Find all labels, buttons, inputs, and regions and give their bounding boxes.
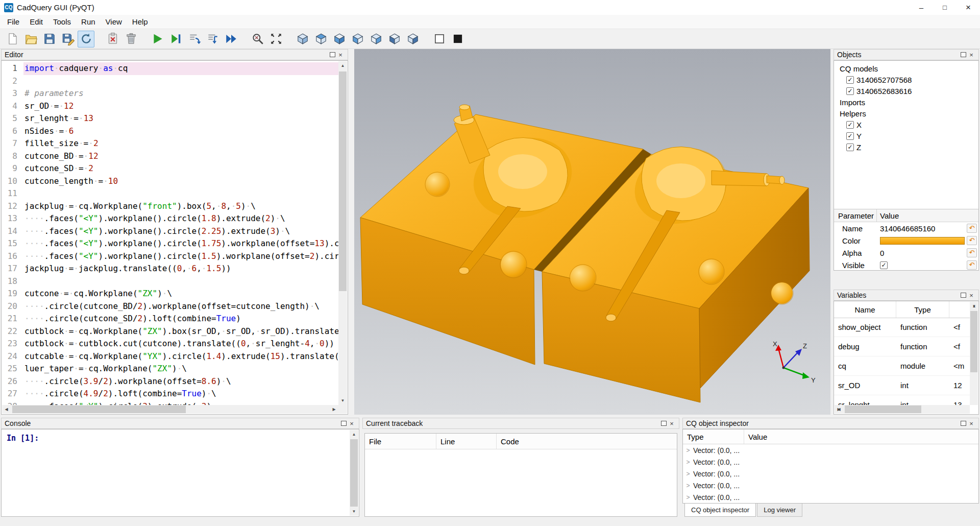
expand-chevron-icon[interactable]: >	[683, 494, 693, 501]
scroll-up-icon[interactable]: ▲	[338, 61, 347, 70]
auto-reload-button[interactable]	[78, 31, 94, 47]
variables-horizontal-scrollbar[interactable]: ◀ ▶	[835, 405, 970, 414]
value-column-header[interactable]: Value	[744, 429, 978, 444]
code-line-2[interactable]: 2	[2, 75, 338, 88]
menu-item-file[interactable]: File	[2, 16, 24, 28]
code-line-22[interactable]: 22cutblock·=·cq.Workplane("ZX").box(sr_O…	[2, 325, 338, 338]
run-button[interactable]	[149, 31, 166, 47]
checkbox[interactable]: ✓	[846, 144, 854, 151]
variable-row[interactable]: sr_ODint12	[834, 376, 970, 395]
code-line-5[interactable]: 5sr_lenght·=·13	[2, 112, 338, 125]
tree-item[interactable]: ✓X	[834, 119, 978, 130]
menu-item-run[interactable]: Run	[76, 16, 101, 28]
inspector-row[interactable]: >Vector: (0.0, ...	[683, 456, 978, 468]
checkbox[interactable]: ✓	[846, 132, 854, 140]
delete-objects-button[interactable]	[104, 31, 121, 47]
tab-log-viewer[interactable]: Log viewer	[757, 504, 802, 517]
wireframe-button[interactable]	[431, 31, 448, 47]
editor-close-button[interactable]: ×	[336, 51, 345, 59]
inspector-row[interactable]: >Vector: (0.0, ...	[683, 480, 978, 491]
name-column-header[interactable]: Name	[834, 301, 896, 318]
code-line-7[interactable]: 7fillet_size·=·2	[2, 137, 338, 150]
step-into-button[interactable]	[204, 31, 221, 47]
code-line-13[interactable]: 13····.faces("<Y").workplane().circle(1.…	[2, 212, 338, 225]
step-button[interactable]	[186, 31, 203, 47]
objects-float-button[interactable]	[959, 51, 967, 59]
console-float-button[interactable]	[339, 419, 348, 427]
scrollbar-thumb[interactable]	[970, 311, 977, 372]
traceback-float-button[interactable]	[659, 419, 668, 427]
variable-row[interactable]: cqmodule<m	[834, 356, 970, 376]
code-line-26[interactable]: 26····.circle(3.9/2).workplane(offset=8.…	[2, 375, 338, 388]
menu-item-edit[interactable]: Edit	[24, 16, 48, 28]
code-line-9[interactable]: 9cutcone_SD·=·2	[2, 162, 338, 175]
view-top-button[interactable]	[312, 31, 329, 47]
code-line-11[interactable]: 11	[2, 187, 338, 200]
code-line-4[interactable]: 4sr_OD·=·12	[2, 100, 338, 113]
scroll-left-icon[interactable]: ◀	[2, 405, 11, 414]
viewport-3d[interactable]: X Z Y	[354, 49, 830, 415]
tree-item[interactable]: ✓Y	[834, 130, 978, 141]
inspector-row[interactable]: >Vector: (0.0, ...	[683, 491, 978, 503]
console-vertical-scrollbar[interactable]: ▲ ▼	[350, 430, 358, 516]
code-line-1[interactable]: 1import·cadquery·as·cq	[2, 62, 338, 75]
code-line-6[interactable]: 6nSides·=·6	[2, 125, 338, 138]
inspector-close-button[interactable]: ×	[967, 419, 975, 427]
code-line-15[interactable]: 15····.faces("<Y").workplane().circle(1.…	[2, 237, 338, 250]
value-column-header[interactable]: Value	[877, 211, 899, 220]
value-column-header[interactable]	[949, 301, 970, 318]
new-script-button[interactable]	[4, 31, 21, 47]
revert-button[interactable]: ↶	[967, 236, 977, 245]
console-close-button[interactable]: ×	[348, 419, 356, 427]
code-line-27[interactable]: 27····.circle(4.9/2).loft(combine=True)·…	[2, 388, 338, 400]
editor-vertical-scrollbar[interactable]: ▲ ▼	[338, 61, 347, 405]
tree-group[interactable]: CQ models	[834, 63, 978, 74]
variables-float-button[interactable]	[959, 291, 967, 299]
expand-chevron-icon[interactable]: >	[683, 470, 693, 477]
checkbox[interactable]: ✓	[846, 87, 854, 95]
code-line-20[interactable]: 20····.circle(cutcone_BD/2).workplane(of…	[2, 300, 338, 313]
type-column-header[interactable]: Type	[683, 429, 744, 444]
view-front-button[interactable]	[349, 31, 366, 47]
editor-float-button[interactable]	[328, 51, 336, 59]
minimize-button[interactable]: –	[910, 0, 933, 15]
code-line-21[interactable]: 21····.circle(cutcone_SD/2).loft(combine…	[2, 313, 338, 325]
traceback-column-code[interactable]: Code	[497, 434, 677, 449]
tree-group[interactable]: Helpers	[834, 108, 978, 119]
shaded-button[interactable]	[449, 31, 466, 47]
code-line-18[interactable]: 18	[2, 275, 338, 288]
scroll-right-icon[interactable]: ▶	[835, 405, 843, 414]
scrollbar-thumb[interactable]	[350, 439, 358, 507]
view-bottom-button[interactable]	[331, 31, 348, 47]
variable-row[interactable]: show_objectfunction<f	[834, 318, 970, 337]
inspector-row[interactable]: >Vector: (0.0, ...	[683, 468, 978, 480]
variables-vertical-scrollbar[interactable]: ▲ ▼	[970, 302, 978, 405]
objects-close-button[interactable]: ×	[967, 51, 975, 59]
code-line-3[interactable]: 3# parameters	[2, 87, 338, 100]
editor-horizontal-scrollbar[interactable]: ◀ ▶	[2, 405, 338, 414]
code-line-16[interactable]: 16····.faces("<Y").workplane().circle(1.…	[2, 250, 338, 263]
scroll-right-icon[interactable]: ▶	[330, 405, 338, 414]
clean-all-button[interactable]	[122, 31, 139, 47]
tree-item[interactable]: ✓3140652683616	[834, 85, 978, 97]
code-line-10[interactable]: 10cutcone_length·=·10	[2, 175, 338, 188]
tree-item[interactable]: ✓Z	[834, 141, 978, 153]
tree-item[interactable]: ✓3140652707568	[834, 74, 978, 85]
code-line-8[interactable]: 8cutcone_BD·=·12	[2, 150, 338, 163]
expand-chevron-icon[interactable]: >	[683, 447, 693, 454]
expand-chevron-icon[interactable]: >	[683, 482, 693, 489]
scroll-up-icon[interactable]: ▲	[350, 430, 358, 439]
color-swatch[interactable]	[880, 237, 965, 245]
variable-row[interactable]: sr_lenghtint13	[834, 395, 970, 405]
parameter-column-header[interactable]: Parameter	[834, 209, 877, 222]
continue-button[interactable]	[223, 31, 239, 47]
inspector-row[interactable]: >Vector: (0.0, ...	[683, 444, 978, 456]
visible-checkbox[interactable]: ✓	[880, 261, 888, 269]
inspector-float-button[interactable]	[959, 419, 967, 427]
code-line-28[interactable]: 28····.faces("<Y").circle(3).extrude(-3)	[2, 400, 338, 405]
close-button[interactable]: ×	[957, 0, 980, 15]
variable-row[interactable]: debugfunction<f	[834, 337, 970, 356]
revert-button[interactable]: ↶	[967, 248, 977, 257]
view-iso-button[interactable]	[294, 31, 311, 47]
menu-item-tools[interactable]: Tools	[48, 16, 76, 28]
